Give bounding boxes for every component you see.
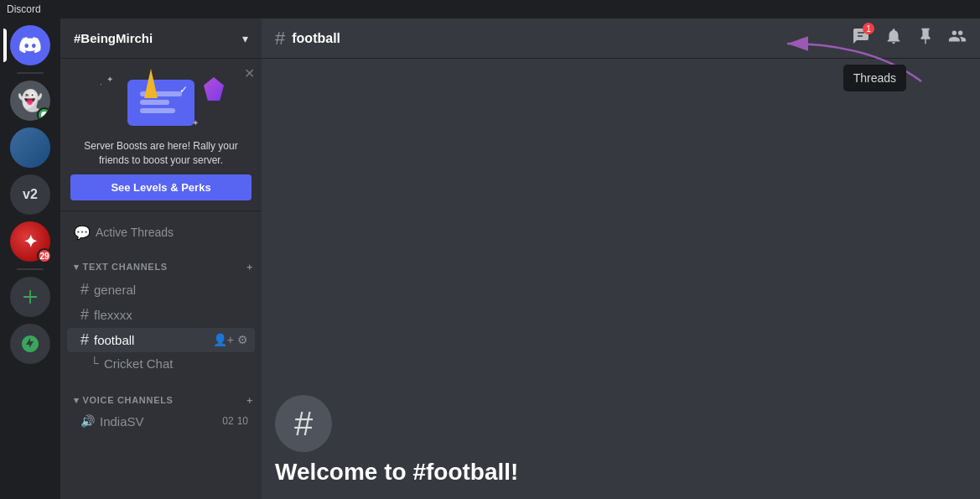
channel-football-actions: 👤+ ⚙ [213, 333, 248, 346]
chat-area: # Welcome to #football! [262, 59, 980, 499]
server-icon-v2[interactable]: v2 [10, 174, 50, 215]
sparkle-icon-2: · [100, 80, 102, 89]
channel-item-football[interactable]: # football 👤+ ⚙ [67, 328, 255, 352]
hash-icon-football: # [80, 331, 89, 349]
server-icon-home[interactable] [10, 25, 50, 65]
text-channels-category[interactable]: ▾ TEXT CHANNELS ＋ [60, 247, 262, 277]
add-member-icon[interactable]: 👤+ [213, 333, 234, 346]
channel-item-flexxxx[interactable]: # flexxxx [67, 303, 255, 327]
channel-name-general: general [94, 283, 248, 297]
threads-icon: 💬 [74, 225, 91, 241]
threads-icon-button[interactable]: 1 [851, 26, 871, 50]
boost-text: Server Boosts are here! Rally your frien… [70, 139, 251, 168]
chat-messages: # Welcome to #football! [262, 59, 980, 499]
notification-bell-button[interactable] [884, 27, 903, 49]
members-button[interactable] [948, 27, 967, 49]
category-label: ▾ TEXT CHANNELS [74, 262, 168, 273]
boost-banner: ✕ ✦ · [60, 59, 262, 211]
add-channel-button[interactable]: ＋ [245, 261, 255, 273]
active-threads-label: Active Threads [96, 226, 174, 239]
hash-icon-flexxxx: # [80, 306, 89, 324]
server-sidebar: 👻 v2 ✦ 29 [0, 18, 60, 499]
voice-channel-indiaсv[interactable]: 🔊 IndiaSV 02 10 [67, 411, 255, 432]
boost-illustration: ✦ · ✦ [70, 69, 251, 136]
sparkle-icon-3: ✦ [192, 118, 199, 127]
svg-point-0 [41, 112, 48, 118]
active-threads-section[interactable]: 💬 Active Threads [60, 218, 262, 247]
thread-icon: └ [91, 356, 99, 370]
voice-counts: 02 10 [222, 415, 248, 427]
server-header[interactable]: #BeingMirchi ▾ [60, 18, 262, 59]
top-bar-actions: 1 [851, 26, 967, 50]
welcome-section: # Welcome to #football! [275, 382, 967, 499]
voice-count-2: 10 [237, 415, 248, 427]
welcome-channel-icon: # [275, 395, 332, 452]
pin-button[interactable] [916, 27, 935, 49]
channel-header-name: football [292, 31, 340, 46]
channel-sidebar: #BeingMirchi ▾ ✕ ✦ · [60, 18, 262, 499]
boost-line-3 [140, 108, 175, 113]
boost-card [127, 80, 194, 126]
server-icon-blue[interactable] [10, 127, 50, 168]
threads-badge: 1 [863, 23, 874, 34]
app-title: Discord [7, 3, 41, 15]
channel-name-flexxxx: flexxxx [94, 308, 248, 322]
sparkle-icon: ✦ [106, 75, 113, 84]
explore-button[interactable] [10, 324, 50, 364]
server-divider [17, 72, 44, 74]
settings-icon[interactable]: ⚙ [237, 333, 248, 346]
server-icon-red[interactable]: ✦ 29 [10, 221, 50, 262]
main-wrapper: # football 1 [262, 18, 980, 499]
add-server-button[interactable] [10, 277, 50, 317]
server-name: #BeingMirchi [74, 31, 153, 45]
channel-item-general[interactable]: # general [67, 278, 255, 302]
channel-name-cricket-chat: Cricket Chat [104, 356, 248, 371]
channel-header-hash-icon: # [275, 28, 285, 49]
channel-item-cricket-chat[interactable]: └ Cricket Chat [67, 353, 255, 374]
voice-channels-category[interactable]: ▾ VOICE CHANNELS ＋ [60, 381, 262, 410]
channel-list: 💬 Active Threads ▾ TEXT CHANNELS ＋ # gen… [60, 211, 262, 499]
chevron-down-icon: ▾ [242, 32, 248, 45]
notification-badge [37, 107, 50, 121]
gem-icon [204, 77, 224, 101]
server-divider-2 [17, 268, 44, 270]
title-bar: Discord [0, 0, 980, 18]
add-voice-channel-button[interactable]: ＋ [245, 394, 255, 407]
channel-name-football: football [94, 333, 213, 347]
see-levels-button[interactable]: See Levels & Perks [70, 174, 251, 200]
welcome-title: Welcome to #football! [275, 459, 967, 486]
welcome-hash-icon: # [294, 405, 313, 443]
voice-count-1: 02 [222, 415, 233, 427]
speaker-icon: 🔊 [80, 414, 95, 428]
hash-icon-general: # [80, 281, 89, 299]
voice-channel-name-indiasv: IndiaSV [100, 414, 222, 429]
notification-badge-red: 29 [37, 248, 52, 263]
server-icon-ghost[interactable]: 👻 [10, 81, 50, 121]
top-bar: # football 1 [262, 18, 980, 59]
voice-category-label: ▾ VOICE CHANNELS [74, 395, 174, 406]
boost-line-2 [140, 100, 169, 105]
